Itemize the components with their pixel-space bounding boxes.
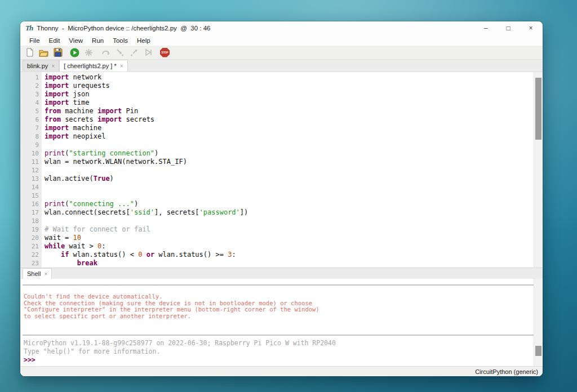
resume-icon (144, 48, 153, 57)
thonny-window: Th Thonny - MicroPython device :: /cheer… (20, 21, 543, 376)
code-line[interactable]: from secrets import secrets (45, 115, 543, 124)
step-into-icon (116, 48, 125, 57)
code-line[interactable] (45, 183, 543, 191)
stop-icon: STOP (160, 48, 170, 57)
line-number: 18 (20, 217, 39, 225)
menu-item-tools[interactable]: Tools (108, 37, 132, 44)
code-line[interactable]: wlan.active(True) (45, 175, 543, 183)
code-line[interactable]: import json (45, 90, 543, 99)
step-out-icon (130, 48, 139, 57)
line-number: 7 (20, 124, 39, 132)
shell-panel[interactable]: Couldn't find the device automatically.C… (20, 279, 543, 366)
close-icon[interactable]: × (44, 271, 47, 277)
tab-label: [ cheerlights2.py ] * (64, 63, 117, 69)
menu-item-file[interactable]: File (25, 37, 45, 44)
status-bar: CircuitPython (generic) (20, 366, 543, 376)
code-line[interactable]: wait = 10 (45, 234, 543, 242)
save-icon (54, 48, 63, 57)
line-number: 22 (20, 251, 39, 259)
line-number: 11 (20, 158, 39, 166)
stop-button[interactable]: STOP (159, 47, 171, 59)
code-line[interactable]: print("starting connection") (45, 149, 543, 158)
close-icon[interactable]: × (120, 63, 123, 69)
code-line[interactable]: import time (45, 99, 543, 107)
menu-item-view[interactable]: View (64, 37, 87, 44)
line-number: 6 (20, 115, 39, 124)
code-line[interactable]: wlan.connect(secrets['ssid'], secrets['p… (45, 208, 543, 217)
tab-blink-py[interactable]: blink.py × (23, 60, 59, 72)
close-icon[interactable]: × (51, 63, 55, 69)
shell-info-line: Type "help()" for more information. (24, 348, 543, 356)
code-editor[interactable]: 1234567891011121314151617181920212223 im… (20, 72, 543, 268)
line-number: 5 (20, 107, 39, 115)
close-button[interactable]: × (527, 21, 535, 35)
thonny-logo-icon: Th (25, 24, 33, 33)
menu-item-help[interactable]: Help (132, 37, 155, 44)
code-line[interactable] (45, 217, 543, 225)
line-number: 17 (20, 208, 39, 217)
line-number: 16 (20, 200, 39, 208)
new-file-icon (25, 48, 34, 57)
editor-scrollbar[interactable] (534, 72, 542, 268)
code-line[interactable]: break (45, 259, 543, 268)
debug-button[interactable] (83, 47, 95, 59)
shell-error-block: Couldn't find the device automatically.C… (24, 293, 543, 320)
code-line[interactable]: import network (45, 73, 543, 82)
code-line[interactable]: from machine import Pin (45, 107, 543, 115)
code-line[interactable] (45, 166, 543, 175)
code-line[interactable]: while wait > 0: (45, 242, 543, 251)
line-number: 12 (20, 166, 39, 175)
minimize-button[interactable]: – (482, 21, 490, 35)
shell-scrollbar[interactable] (534, 279, 542, 366)
code-area[interactable]: import networkimport urequestsimport jso… (42, 72, 543, 268)
window-controls: – □ × (482, 21, 539, 35)
code-line[interactable]: wlan = network.WLAN(network.STA_IF) (45, 158, 543, 166)
line-number: 20 (20, 234, 39, 242)
line-number: 23 (20, 259, 39, 268)
step-over-icon (101, 48, 110, 57)
step-into-button[interactable] (114, 47, 126, 59)
step-out-button[interactable] (128, 47, 140, 59)
code-line[interactable]: # Wait for connect or fail (45, 225, 543, 234)
maximize-button[interactable]: □ (504, 21, 512, 35)
line-number: 2 (20, 82, 39, 90)
line-number: 10 (20, 149, 39, 158)
new-file-button[interactable] (24, 47, 35, 59)
window-title: Thonny - MicroPython device :: /cheerlig… (37, 25, 210, 32)
shell-separator-top (23, 284, 540, 286)
line-number: 3 (20, 90, 39, 99)
code-line[interactable] (45, 191, 543, 200)
code-line[interactable]: import neopixel (45, 132, 543, 141)
open-file-button[interactable] (38, 47, 50, 59)
line-number: 13 (20, 175, 39, 183)
run-button[interactable] (69, 47, 81, 59)
menu-item-run[interactable]: Run (87, 37, 108, 44)
save-button[interactable] (52, 47, 64, 59)
shell-info-line: MicroPython v1.19.1-88-g99c258977 on 202… (24, 339, 543, 348)
step-over-button[interactable] (100, 47, 112, 59)
shell-error-line: to select specific port or another inter… (24, 313, 543, 320)
titlebar[interactable]: Th Thonny - MicroPython device :: /cheer… (20, 21, 543, 35)
code-line[interactable]: import machine (45, 124, 543, 132)
debug-icon (85, 48, 93, 57)
code-line[interactable]: if wlan.status() < 0 or wlan.status() >=… (45, 251, 543, 259)
shell-info-block: MicroPython v1.19.1-88-g99c258977 on 202… (24, 339, 543, 356)
code-line[interactable]: import urequests (45, 82, 543, 90)
tab-cheerlights2-py[interactable]: [ cheerlights2.py ] * × (59, 60, 127, 72)
interpreter-status[interactable]: CircuitPython (generic) (475, 368, 538, 375)
toolbar: STOP (20, 46, 543, 60)
line-number: 1 (20, 73, 39, 82)
resume-button[interactable] (142, 47, 154, 59)
shell-error-line: Couldn't find the device automatically. (24, 293, 543, 300)
tab-shell[interactable]: Shell × (23, 268, 52, 279)
code-line[interactable] (45, 141, 543, 149)
run-icon (70, 48, 79, 57)
code-line[interactable]: print("connecting ...") (45, 200, 543, 208)
shell-scrollbar-thumb[interactable] (535, 346, 542, 356)
menu-item-edit[interactable]: Edit (45, 37, 65, 44)
open-folder-icon (39, 48, 48, 57)
shell-prompt[interactable]: >>> (24, 356, 543, 364)
shell-separator-bottom (23, 335, 540, 336)
editor-scrollbar-thumb[interactable] (535, 78, 542, 140)
desktop-background: Th Thonny - MicroPython device :: /cheer… (0, 0, 577, 392)
